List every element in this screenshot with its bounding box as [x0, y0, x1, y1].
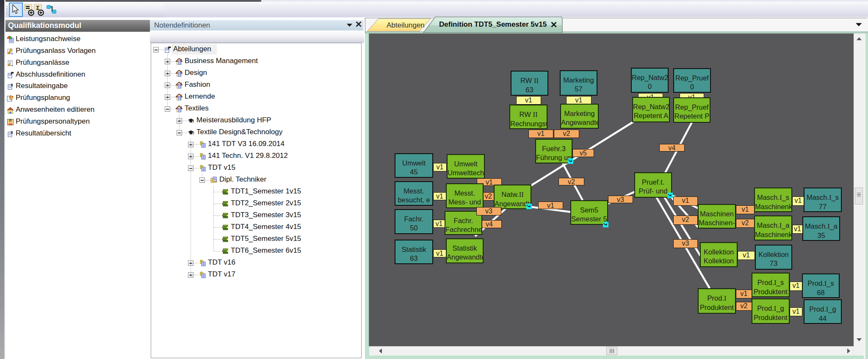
svg-text:Σ: Σ: [36, 5, 40, 11]
svg-text:5: 5: [11, 83, 13, 87]
svg-text:5: 5: [11, 130, 13, 135]
